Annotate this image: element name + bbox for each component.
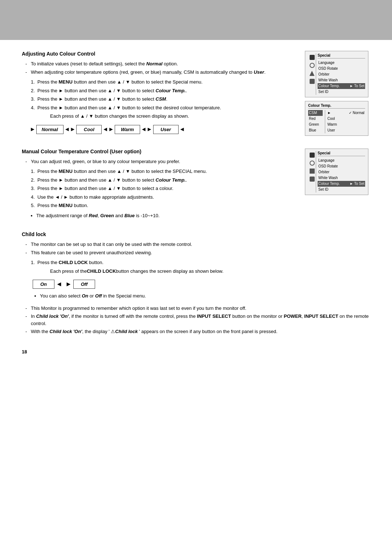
osd-row: OSD Rotate (318, 66, 365, 72)
page-number: 18 (22, 349, 370, 355)
childlock-on-box: On (33, 280, 54, 289)
osd-colour-temp: Colour Temp. CSM Red Green Blue ► ✓ Norm… (305, 101, 368, 136)
osd-ct-row: Red (308, 116, 323, 122)
section1-steps: 1. Press the MENU button and then use ▲ … (22, 78, 298, 121)
osd-ct-val: ► ✓ Normal (327, 110, 365, 116)
osd-row-highlighted2: Colour Temp.► To Set (318, 181, 365, 187)
nav-arrow3: ◄► (141, 126, 152, 133)
dash-item: With the Child lock 'On', the display ' … (25, 328, 370, 335)
step-item: 1. Press the CHILD LOCK button. Each pre… (29, 259, 370, 276)
osd-icon1 (310, 55, 315, 60)
section2-dash-list: You can adjust red, green, or blue to an… (22, 158, 298, 165)
section1: Adjusting Auto Colour Control To initial… (22, 51, 370, 138)
osd-row: Language (318, 158, 365, 163)
dash-item: You can adjust red, green, or blue to an… (25, 158, 298, 165)
dash-item: To initialize values (reset to default s… (25, 60, 298, 68)
section3-sub-bullet2: You can also select On or Off in the Spe… (22, 292, 370, 300)
section3-bottom-dashes: This Monitor is programmed to remember w… (22, 305, 370, 335)
osd-title1: Special (318, 53, 365, 58)
section3: Child lock The monitor can be set up so … (22, 231, 370, 338)
step-item: 4. Use the ◄ / ► button to make appropri… (29, 194, 298, 201)
nav-box-cool: Cool (76, 125, 102, 134)
section1-heading: Adjusting Auto Colour Control (22, 51, 298, 57)
section3-sub-bullets: Each press of the CHILD LOCK button chan… (37, 268, 370, 275)
osd-row: White Wash (318, 175, 365, 181)
section1-images: Special Language OSD Rotate Orbiter Whit… (305, 51, 370, 138)
osd-icon3 (310, 169, 315, 174)
osd-icon3 (310, 71, 315, 76)
osd-icons (308, 53, 316, 95)
osd-ct-val: Warm (327, 122, 365, 127)
section3-dash-list: The monitor can be set up so that it can… (22, 241, 370, 256)
dash-item: This feature can be used to prevent unau… (25, 249, 370, 256)
section2-sub-bullets: The adjustment range of Red, Green and B… (22, 212, 298, 219)
section1-dash-list: To initialize values (reset to default s… (22, 60, 298, 76)
nav-arrow2: ◄► (102, 126, 114, 133)
osd-icon1 (310, 153, 315, 158)
osd-row: Orbiter (318, 169, 365, 175)
childlock-diagram: On ◄ ► Off (33, 280, 370, 289)
osd-ct-row: Green (308, 122, 323, 127)
osd-special-menu: Special Language OSD Rotate Orbiter Whit… (305, 51, 368, 97)
nav-diagram: ► Normal ◄► Cool ◄► Warm ◄► User ◄ (29, 125, 298, 134)
nav-box-warm: Warm (115, 125, 140, 134)
page-content: Adjusting Auto Colour Control To initial… (0, 51, 392, 376)
osd-ct-val: Cool (327, 116, 365, 122)
step-item: 3. Press the ► button and then use ▲ / ▼… (29, 96, 298, 103)
osd-row: Orbiter (318, 72, 365, 77)
nav-arrow1: ◄► (64, 126, 76, 133)
section2-heading: Manual Colour Temperature Control (User … (22, 149, 298, 154)
dash-item: In Child lock 'On', if the monitor is tu… (25, 313, 370, 327)
step-item: 3. Press the ► button and then use ▲ / ▼… (29, 185, 298, 192)
nav-arrow-end: ◄ (179, 126, 185, 133)
section2-images: Special Language OSD Rotate Orbiter Whit… (305, 149, 370, 221)
step-item: 1. Press the MENU button and then use ▲ … (29, 78, 298, 86)
nav-box-user: User (153, 125, 179, 134)
section2-steps: 1. Press the MENU button and then use ▲ … (22, 168, 298, 209)
osd-icon4 (310, 177, 315, 182)
top-banner (0, 0, 392, 40)
nav-arrow-start: ► (30, 126, 36, 133)
osd-ct-val: User (327, 127, 365, 133)
osd-ct-row: Blue (308, 127, 323, 133)
osd-icon2 (310, 63, 315, 68)
step-item: 2. Press the ► button and then use ▲ / ▼… (29, 87, 298, 94)
osd-row: White Wash (318, 77, 365, 83)
sub-bullet-item: You can also select On or Off in the Spe… (40, 292, 370, 300)
section3-content: Child lock The monitor can be set up so … (22, 231, 370, 338)
step-item: 5. Press the MENU button. (29, 202, 298, 209)
sub-bullet-item: Each press of the CHILD LOCK button chan… (48, 268, 370, 275)
osd-special-menu2: Special Language OSD Rotate Orbiter Whit… (305, 149, 368, 195)
osd-main2: Special Language OSD Rotate Orbiter Whit… (318, 151, 365, 193)
osd-ct-row: CSM (308, 110, 323, 116)
sub-bullet-item: The adjustment range of Red, Green and B… (36, 212, 298, 219)
section3-heading: Child lock (22, 231, 370, 237)
section2: Manual Colour Temperature Control (User … (22, 149, 370, 221)
childlock-arrow-right: ► (65, 280, 72, 288)
osd-row: Language (318, 60, 365, 66)
osd-row: Set ID (318, 89, 365, 95)
dash-item: This Monitor is programmed to remember w… (25, 305, 370, 312)
dash-item: The monitor can be set up so that it can… (25, 241, 370, 248)
osd-title2: Colour Temp. (308, 104, 365, 109)
osd-main: Special Language OSD Rotate Orbiter Whit… (318, 53, 365, 95)
osd-row: OSD Rotate (318, 163, 365, 169)
osd-row-highlighted: Colour Temp.► To Set (318, 83, 365, 89)
childlock-arrow-left: ◄ (56, 280, 62, 288)
step-item: 1. Press the MENU button and then use ▲ … (29, 168, 298, 175)
nav-box-normal: Normal (36, 125, 64, 134)
step-item: 4. Press the ► button and then use ▲ / ▼… (29, 104, 298, 121)
section3-steps: 1. Press the CHILD LOCK button. Each pre… (22, 259, 370, 276)
section1-text: Adjusting Auto Colour Control To initial… (22, 51, 298, 138)
section2-text: Manual Colour Temperature Control (User … (22, 149, 298, 221)
osd-row: Set ID (318, 187, 365, 193)
osd-icon4 (310, 79, 315, 84)
sub-bullet-item: Each press of ▲ / ▼ button changes the s… (48, 113, 298, 120)
osd-title3: Special (318, 151, 365, 156)
childlock-off-box: Off (73, 280, 95, 289)
osd-icons2 (308, 151, 316, 193)
osd-icon2 (310, 161, 315, 166)
dash-item: When adjusting color temperature options… (25, 69, 298, 76)
step-item: 2. Press the ► button and then use ▲ / ▼… (29, 177, 298, 184)
